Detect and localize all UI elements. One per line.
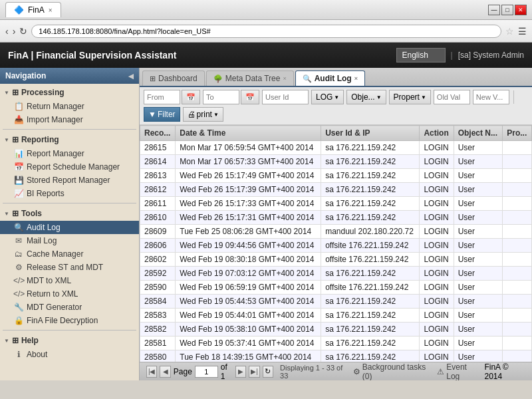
- background-tasks: ⚙ Background tasks (0): [353, 362, 432, 381]
- table-row[interactable]: 28580 Tue Feb 18 14:39:15 GMT+400 2014 s…: [140, 350, 532, 362]
- sidebar-item-mdt-to-xml[interactable]: </> MDT to XML: [0, 274, 139, 287]
- first-page-button[interactable]: |◀: [146, 366, 157, 378]
- property-dropdown-label: Propert: [394, 92, 420, 102]
- cell-user-ip: sa 176.221.159.242: [321, 169, 420, 183]
- cell-action: LOGIN: [420, 225, 454, 239]
- sidebar-item-label: Release ST and MDT: [27, 263, 103, 272]
- to-calendar-button[interactable]: 📅: [241, 90, 259, 104]
- sidebar-item-label: FinA File Decryption: [27, 316, 98, 325]
- object-dropdown-label: Obje...: [351, 92, 374, 102]
- sidebar-item-cache-manager[interactable]: 🗂 Cache Manager: [0, 247, 139, 261]
- browser-tab-close[interactable]: ×: [49, 7, 53, 14]
- sidebar-item-import-manager[interactable]: 📥 Import Manager: [0, 113, 139, 126]
- next-page-button[interactable]: ▶: [235, 366, 246, 378]
- sidebar-item-return-to-xml[interactable]: </> Return to XML: [0, 287, 139, 301]
- app-header: FinA | Financial Supervision Assistant E…: [0, 43, 532, 68]
- table-row[interactable]: 28583 Wed Feb 19 05:44:01 GMT+400 2014 s…: [140, 309, 532, 323]
- sidebar-group-help[interactable]: ▼ ⊞ Help: [0, 333, 139, 348]
- filter-button[interactable]: ▼ Filter: [144, 107, 180, 122]
- table-row[interactable]: 28614 Mon Mar 17 06:57:33 GMT+400 2014 s…: [140, 155, 532, 169]
- sidebar-item-return-manager[interactable]: 📋 Return Manager: [0, 100, 139, 113]
- close-button[interactable]: ✕: [515, 5, 527, 15]
- table-row[interactable]: 28613 Wed Feb 26 15:17:49 GMT+400 2014 s…: [140, 169, 532, 183]
- print-button[interactable]: 🖨 print ▼: [183, 107, 223, 122]
- from-input[interactable]: [144, 90, 180, 104]
- cell-action: LOGIN: [420, 239, 454, 253]
- sidebar-item-label: Import Manager: [27, 115, 83, 124]
- back-button[interactable]: ‹: [5, 26, 9, 37]
- sidebar-item-report-schedule-manager[interactable]: 📅 Report Schedule Manager: [0, 160, 139, 174]
- new-val-input[interactable]: [473, 90, 509, 104]
- table-row[interactable]: 28581 Wed Feb 19 05:37:41 GMT+400 2014 s…: [140, 336, 532, 350]
- sidebar-sep-1: [3, 129, 136, 130]
- sidebar-item-label: Mail Log: [27, 236, 57, 245]
- last-page-button[interactable]: ▶|: [249, 366, 259, 378]
- reload-button[interactable]: ↻: [19, 26, 27, 37]
- meta-data-tree-tab-close[interactable]: ×: [283, 75, 286, 82]
- forward-button[interactable]: ›: [13, 26, 16, 37]
- table-row[interactable]: 28610 Wed Feb 26 15:17:31 GMT+400 2014 s…: [140, 211, 532, 225]
- sidebar-group-reporting[interactable]: ▼ ⊞ Reporting: [0, 132, 139, 147]
- cell-action: LOGIN: [420, 295, 454, 309]
- cell-record: 28583: [140, 309, 176, 323]
- table-row[interactable]: 28606 Wed Feb 19 09:44:56 GMT+400 2014 o…: [140, 239, 532, 253]
- sidebar-item-release-st-mdt[interactable]: ⚙ Release ST and MDT: [0, 261, 139, 274]
- language-select[interactable]: English Russian Kazakh: [396, 48, 446, 63]
- cell-user-ip: offsite 176.221.159.242: [321, 281, 420, 295]
- sidebar-group-processing[interactable]: ▼ ⊞ Processing: [0, 85, 139, 100]
- tab-dashboard[interactable]: ⊞ Dashboard: [142, 70, 205, 86]
- sidebar-item-label: Report Schedule Manager: [27, 162, 120, 172]
- bookmark-icon[interactable]: ☆: [505, 26, 514, 37]
- page-of-label: of 1: [221, 362, 233, 381]
- cell-property: [503, 169, 532, 183]
- sidebar-item-label: Return to XML: [27, 289, 78, 299]
- cell-user-ip: sa 176.221.159.242: [321, 350, 420, 362]
- table-row[interactable]: 28609 Tue Feb 25 08:06:28 GMT+400 2014 m…: [140, 225, 532, 239]
- log-dropdown-button[interactable]: LOG ▼: [311, 90, 344, 104]
- table-container: Reco... Date & Time User Id & IP Action …: [140, 125, 532, 362]
- to-input[interactable]: [203, 90, 239, 104]
- table-row[interactable]: 28590 Wed Feb 19 06:59:19 GMT+400 2014 o…: [140, 281, 532, 295]
- release-st-mdt-icon: ⚙: [13, 263, 24, 272]
- object-dropdown-button[interactable]: Obje... ▼: [346, 90, 386, 104]
- audit-log-tab-close[interactable]: ×: [354, 75, 358, 82]
- minimize-button[interactable]: —: [488, 5, 500, 15]
- event-log-item[interactable]: ⚠ Event Log: [437, 362, 479, 381]
- maximize-button[interactable]: □: [501, 5, 513, 15]
- sidebar-item-report-manager[interactable]: 📊 Report Manager: [0, 147, 139, 160]
- page-number-input[interactable]: [195, 366, 218, 378]
- user-id-input[interactable]: [262, 90, 309, 104]
- table-row[interactable]: 28592 Wed Feb 19 07:03:12 GMT+400 2014 s…: [140, 267, 532, 281]
- table-body: 28615 Mon Mar 17 06:59:54 GMT+400 2014 s…: [140, 141, 532, 362]
- browser-tab[interactable]: 🔷 FinA ×: [5, 2, 61, 17]
- tab-meta-data-tree[interactable]: 🌳 Meta Data Tree ×: [206, 70, 294, 86]
- table-row[interactable]: 28584 Wed Feb 19 05:44:53 GMT+400 2014 s…: [140, 295, 532, 309]
- table-row[interactable]: 28582 Wed Feb 19 05:38:10 GMT+400 2014 s…: [140, 323, 532, 336]
- sidebar-item-bi-reports[interactable]: 📈 BI Reports: [0, 187, 139, 200]
- sidebar-item-about[interactable]: ℹ About: [0, 348, 139, 361]
- refresh-button[interactable]: ↻: [263, 366, 273, 378]
- address-bar[interactable]: [31, 25, 501, 38]
- col-user-ip: User Id & IP: [321, 126, 420, 141]
- tab-audit-log[interactable]: 🔍 Audit Log ×: [295, 70, 365, 86]
- sidebar-item-mail-log[interactable]: ✉ Mail Log: [0, 234, 139, 247]
- sidebar-item-mdt-generator[interactable]: 🔧 MDT Generator: [0, 301, 139, 314]
- from-calendar-button[interactable]: 📅: [182, 90, 200, 104]
- sidebar-group-tools[interactable]: ▼ ⊞ Tools: [0, 206, 139, 221]
- prev-page-button[interactable]: ◀: [160, 366, 170, 378]
- sidebar-item-fina-file-decryption[interactable]: 🔒 FinA File Decryption: [0, 314, 139, 327]
- table-row[interactable]: 28615 Mon Mar 17 06:59:54 GMT+400 2014 s…: [140, 141, 532, 155]
- user-id-filter-group: [262, 90, 309, 104]
- property-dropdown-button[interactable]: Propert ▼: [389, 90, 431, 104]
- cell-action: LOGIN: [420, 309, 454, 323]
- table-row[interactable]: 28611 Wed Feb 26 15:17:33 GMT+400 2014 s…: [140, 197, 532, 211]
- sidebar-item-audit-log[interactable]: 🔍 Audit Log: [0, 221, 139, 234]
- old-val-input[interactable]: [434, 90, 470, 104]
- log-dropdown-label: LOG: [316, 92, 332, 102]
- sidebar-collapse-button[interactable]: ◀: [128, 72, 134, 80]
- cell-object: User: [454, 197, 503, 211]
- table-row[interactable]: 28602 Wed Feb 19 08:30:18 GMT+400 2014 o…: [140, 253, 532, 267]
- browser-menu-icon[interactable]: ☰: [518, 26, 527, 37]
- table-row[interactable]: 28612 Wed Feb 26 15:17:39 GMT+400 2014 s…: [140, 183, 532, 197]
- sidebar-item-stored-report-manager[interactable]: 💾 Stored Report Manager: [0, 174, 139, 187]
